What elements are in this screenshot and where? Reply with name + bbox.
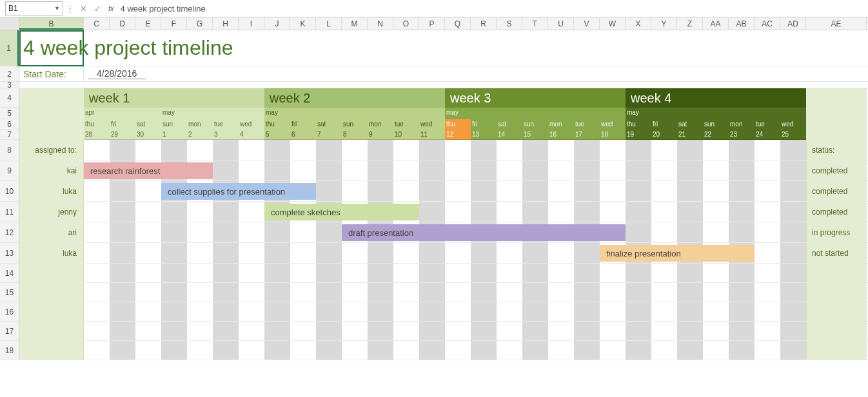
days-track[interactable] — [84, 322, 806, 340]
col-header-AA[interactable]: AA — [703, 17, 729, 30]
name-box-dropdown-icon[interactable]: ▼ — [54, 5, 60, 12]
row-header-10[interactable]: 10 — [0, 181, 19, 202]
col-header-F[interactable]: F — [161, 17, 187, 30]
row-header-12[interactable]: 12 — [0, 222, 19, 243]
col-header-Z[interactable]: Z — [677, 17, 703, 30]
empty-status[interactable] — [806, 341, 867, 360]
col-header-L[interactable]: L — [316, 17, 342, 30]
formula-input[interactable] — [118, 4, 868, 14]
task-bar[interactable]: finalize presentation — [600, 245, 755, 262]
col-header-H[interactable]: H — [213, 17, 239, 30]
days-track[interactable]: draft presentation — [84, 222, 806, 242]
col-header-G[interactable]: G — [187, 17, 213, 30]
col-header-AD[interactable]: AD — [780, 17, 806, 30]
days-track[interactable]: collect supplies for presentation — [84, 181, 806, 201]
row-header-6[interactable]: 6 — [0, 119, 19, 130]
assignee-cell[interactable]: ari — [19, 222, 84, 242]
col-header-X[interactable]: X — [626, 17, 651, 30]
row-header-17[interactable]: 17 — [0, 322, 19, 341]
sheet-content[interactable]: 4 week project timeline Start Date: 4/28… — [19, 30, 868, 360]
empty-assignee[interactable] — [19, 322, 84, 340]
col-header-AB[interactable]: AB — [729, 17, 755, 30]
empty-status[interactable] — [806, 302, 867, 321]
row-header-16[interactable]: 16 — [0, 302, 19, 322]
day-bg — [187, 302, 213, 321]
fx-icon[interactable]: fx — [104, 5, 118, 12]
row-header-11[interactable]: 11 — [0, 202, 19, 222]
col-header-Q[interactable]: Q — [445, 17, 471, 30]
assignee-cell[interactable]: kai — [19, 160, 84, 180]
select-all-corner[interactable] — [0, 17, 19, 30]
status-cell[interactable]: in progress — [806, 222, 867, 242]
col-header-O[interactable]: O — [393, 17, 419, 30]
accept-formula-icon[interactable]: ✓ — [90, 4, 104, 14]
days-track[interactable] — [84, 302, 806, 321]
status-cell[interactable]: completed — [806, 181, 867, 201]
task-bar[interactable]: research rainforest — [84, 162, 213, 179]
col-header-T[interactable]: T — [522, 17, 548, 30]
col-header-R[interactable]: R — [471, 17, 497, 30]
col-header-Y[interactable]: Y — [651, 17, 677, 30]
col-header-W[interactable]: W — [600, 17, 626, 30]
row-header-15[interactable]: 15 — [0, 283, 19, 302]
col-header-AE[interactable]: AE — [806, 17, 867, 30]
dow-cell: fri — [471, 119, 497, 130]
col-header-AC[interactable]: AC — [755, 17, 780, 30]
day-bg — [290, 341, 316, 360]
row-header-8[interactable]: 8 — [0, 140, 19, 160]
col-header-V[interactable]: V — [574, 17, 600, 30]
empty-assignee[interactable] — [19, 264, 84, 282]
empty-assignee[interactable] — [19, 283, 84, 302]
row-header-18[interactable]: 18 — [0, 341, 19, 360]
day-bg — [522, 181, 548, 201]
cell-B2[interactable]: Start Date: — [19, 66, 84, 81]
col-header-E[interactable]: E — [135, 17, 161, 30]
empty-status[interactable] — [806, 264, 867, 282]
col-header-D[interactable]: D — [110, 17, 135, 30]
empty-status[interactable] — [806, 322, 867, 340]
days-track[interactable]: research rainforest — [84, 160, 806, 180]
days-track[interactable] — [84, 341, 806, 360]
days-track[interactable] — [84, 264, 806, 282]
name-box[interactable]: B1 ▼ — [5, 1, 63, 15]
row-header-5[interactable]: 5 — [0, 108, 19, 119]
status-cell[interactable]: not started — [806, 243, 867, 263]
days-track[interactable]: complete sketches — [84, 202, 806, 222]
empty-status[interactable] — [806, 283, 867, 302]
day-bg — [342, 243, 368, 263]
col-header-C[interactable]: C — [84, 17, 110, 30]
row-header-14[interactable]: 14 — [0, 264, 19, 283]
row-header-2[interactable]: 2 — [0, 66, 19, 82]
empty-row — [19, 302, 868, 322]
col-header-B[interactable]: B — [19, 17, 84, 30]
days-track[interactable]: finalize presentation — [84, 243, 806, 263]
task-bar[interactable]: draft presentation — [342, 224, 626, 241]
assignee-cell[interactable]: luka — [19, 181, 84, 201]
cell-C2[interactable]: 4/28/2016 — [84, 66, 187, 81]
col-header-U[interactable]: U — [548, 17, 574, 30]
task-bar[interactable]: complete sketches — [264, 204, 419, 220]
col-header-N[interactable]: N — [368, 17, 393, 30]
col-header-J[interactable]: J — [264, 17, 290, 30]
col-header-P[interactable]: P — [419, 17, 445, 30]
col-header-K[interactable]: K — [290, 17, 316, 30]
task-bar[interactable]: collect supplies for presentation — [161, 183, 316, 200]
row-header-13[interactable]: 13 — [0, 243, 19, 264]
cancel-formula-icon[interactable]: ✕ — [76, 4, 90, 14]
row-header-7[interactable]: 7 — [0, 130, 19, 140]
days-track[interactable] — [84, 283, 806, 302]
cell-B1[interactable]: 4 week project timeline — [19, 30, 84, 66]
row-header-1[interactable]: 1 — [0, 30, 19, 66]
empty-assignee[interactable] — [19, 341, 84, 360]
empty-assignee[interactable] — [19, 302, 84, 321]
row-header-3[interactable]: 3 — [0, 82, 19, 88]
col-header-I[interactable]: I — [239, 17, 264, 30]
assignee-cell[interactable]: jenny — [19, 202, 84, 222]
col-header-S[interactable]: S — [497, 17, 522, 30]
col-header-M[interactable]: M — [342, 17, 368, 30]
row-header-9[interactable]: 9 — [0, 160, 19, 181]
assignee-cell[interactable]: luka — [19, 243, 84, 263]
status-cell[interactable]: completed — [806, 202, 867, 222]
status-cell[interactable]: completed — [806, 160, 867, 180]
row-header-4[interactable]: 4 — [0, 88, 19, 108]
